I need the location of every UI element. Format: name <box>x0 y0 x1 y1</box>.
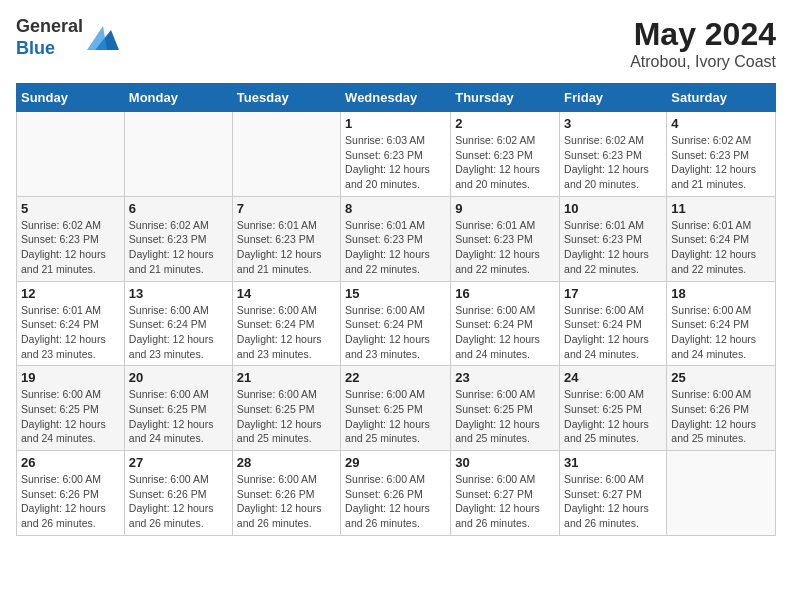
day-number: 26 <box>21 455 120 470</box>
calendar-cell: 23Sunrise: 6:00 AMSunset: 6:25 PMDayligh… <box>451 366 560 451</box>
day-number: 25 <box>671 370 771 385</box>
day-number: 3 <box>564 116 662 131</box>
day-info: Sunrise: 6:00 AMSunset: 6:24 PMDaylight:… <box>671 303 771 362</box>
calendar-cell: 8Sunrise: 6:01 AMSunset: 6:23 PMDaylight… <box>341 196 451 281</box>
day-number: 7 <box>237 201 336 216</box>
calendar-cell: 17Sunrise: 6:00 AMSunset: 6:24 PMDayligh… <box>560 281 667 366</box>
title-area: May 2024 Atrobou, Ivory Coast <box>630 16 776 71</box>
day-number: 11 <box>671 201 771 216</box>
day-info: Sunrise: 6:02 AMSunset: 6:23 PMDaylight:… <box>129 218 228 277</box>
calendar-cell: 12Sunrise: 6:01 AMSunset: 6:24 PMDayligh… <box>17 281 125 366</box>
calendar-cell: 5Sunrise: 6:02 AMSunset: 6:23 PMDaylight… <box>17 196 125 281</box>
calendar-cell <box>232 112 340 197</box>
day-info: Sunrise: 6:02 AMSunset: 6:23 PMDaylight:… <box>671 133 771 192</box>
calendar-table: SundayMondayTuesdayWednesdayThursdayFrid… <box>16 83 776 536</box>
day-number: 8 <box>345 201 446 216</box>
calendar-cell: 10Sunrise: 6:01 AMSunset: 6:23 PMDayligh… <box>560 196 667 281</box>
day-number: 2 <box>455 116 555 131</box>
day-info: Sunrise: 6:00 AMSunset: 6:25 PMDaylight:… <box>129 387 228 446</box>
calendar-cell: 11Sunrise: 6:01 AMSunset: 6:24 PMDayligh… <box>667 196 776 281</box>
day-number: 16 <box>455 286 555 301</box>
logo-icon <box>87 22 119 54</box>
day-info: Sunrise: 6:00 AMSunset: 6:26 PMDaylight:… <box>21 472 120 531</box>
calendar-cell: 28Sunrise: 6:00 AMSunset: 6:26 PMDayligh… <box>232 451 340 536</box>
header: General Blue May 2024 Atrobou, Ivory Coa… <box>16 16 776 71</box>
week-row-4: 19Sunrise: 6:00 AMSunset: 6:25 PMDayligh… <box>17 366 776 451</box>
day-info: Sunrise: 6:03 AMSunset: 6:23 PMDaylight:… <box>345 133 446 192</box>
day-number: 23 <box>455 370 555 385</box>
day-info: Sunrise: 6:02 AMSunset: 6:23 PMDaylight:… <box>21 218 120 277</box>
day-number: 17 <box>564 286 662 301</box>
calendar-cell: 31Sunrise: 6:00 AMSunset: 6:27 PMDayligh… <box>560 451 667 536</box>
weekday-header-wednesday: Wednesday <box>341 84 451 112</box>
calendar-location: Atrobou, Ivory Coast <box>630 53 776 71</box>
weekday-header-sunday: Sunday <box>17 84 125 112</box>
calendar-cell: 27Sunrise: 6:00 AMSunset: 6:26 PMDayligh… <box>124 451 232 536</box>
day-number: 21 <box>237 370 336 385</box>
day-info: Sunrise: 6:00 AMSunset: 6:25 PMDaylight:… <box>21 387 120 446</box>
calendar-cell <box>17 112 125 197</box>
day-number: 30 <box>455 455 555 470</box>
week-row-2: 5Sunrise: 6:02 AMSunset: 6:23 PMDaylight… <box>17 196 776 281</box>
calendar-cell: 9Sunrise: 6:01 AMSunset: 6:23 PMDaylight… <box>451 196 560 281</box>
calendar-cell: 14Sunrise: 6:00 AMSunset: 6:24 PMDayligh… <box>232 281 340 366</box>
day-info: Sunrise: 6:02 AMSunset: 6:23 PMDaylight:… <box>455 133 555 192</box>
weekday-header-tuesday: Tuesday <box>232 84 340 112</box>
day-number: 28 <box>237 455 336 470</box>
day-info: Sunrise: 6:00 AMSunset: 6:24 PMDaylight:… <box>564 303 662 362</box>
day-info: Sunrise: 6:01 AMSunset: 6:24 PMDaylight:… <box>671 218 771 277</box>
day-info: Sunrise: 6:01 AMSunset: 6:24 PMDaylight:… <box>21 303 120 362</box>
day-info: Sunrise: 6:01 AMSunset: 6:23 PMDaylight:… <box>237 218 336 277</box>
calendar-cell: 1Sunrise: 6:03 AMSunset: 6:23 PMDaylight… <box>341 112 451 197</box>
day-number: 1 <box>345 116 446 131</box>
calendar-cell <box>667 451 776 536</box>
calendar-cell: 16Sunrise: 6:00 AMSunset: 6:24 PMDayligh… <box>451 281 560 366</box>
day-info: Sunrise: 6:00 AMSunset: 6:25 PMDaylight:… <box>455 387 555 446</box>
day-number: 15 <box>345 286 446 301</box>
day-info: Sunrise: 6:00 AMSunset: 6:25 PMDaylight:… <box>564 387 662 446</box>
calendar-cell: 7Sunrise: 6:01 AMSunset: 6:23 PMDaylight… <box>232 196 340 281</box>
calendar-cell: 2Sunrise: 6:02 AMSunset: 6:23 PMDaylight… <box>451 112 560 197</box>
day-number: 6 <box>129 201 228 216</box>
day-info: Sunrise: 6:01 AMSunset: 6:23 PMDaylight:… <box>345 218 446 277</box>
calendar-cell: 19Sunrise: 6:00 AMSunset: 6:25 PMDayligh… <box>17 366 125 451</box>
day-info: Sunrise: 6:01 AMSunset: 6:23 PMDaylight:… <box>455 218 555 277</box>
calendar-cell: 22Sunrise: 6:00 AMSunset: 6:25 PMDayligh… <box>341 366 451 451</box>
day-info: Sunrise: 6:00 AMSunset: 6:24 PMDaylight:… <box>129 303 228 362</box>
day-info: Sunrise: 6:01 AMSunset: 6:23 PMDaylight:… <box>564 218 662 277</box>
day-info: Sunrise: 6:00 AMSunset: 6:26 PMDaylight:… <box>237 472 336 531</box>
calendar-cell: 3Sunrise: 6:02 AMSunset: 6:23 PMDaylight… <box>560 112 667 197</box>
logo-general-text: General <box>16 16 83 38</box>
calendar-cell: 4Sunrise: 6:02 AMSunset: 6:23 PMDaylight… <box>667 112 776 197</box>
weekday-header-row: SundayMondayTuesdayWednesdayThursdayFrid… <box>17 84 776 112</box>
day-number: 19 <box>21 370 120 385</box>
calendar-title: May 2024 <box>630 16 776 53</box>
day-info: Sunrise: 6:02 AMSunset: 6:23 PMDaylight:… <box>564 133 662 192</box>
calendar-cell: 20Sunrise: 6:00 AMSunset: 6:25 PMDayligh… <box>124 366 232 451</box>
day-number: 4 <box>671 116 771 131</box>
svg-marker-1 <box>87 26 107 50</box>
day-number: 31 <box>564 455 662 470</box>
day-info: Sunrise: 6:00 AMSunset: 6:26 PMDaylight:… <box>671 387 771 446</box>
day-number: 22 <box>345 370 446 385</box>
calendar-cell: 29Sunrise: 6:00 AMSunset: 6:26 PMDayligh… <box>341 451 451 536</box>
weekday-header-monday: Monday <box>124 84 232 112</box>
day-info: Sunrise: 6:00 AMSunset: 6:24 PMDaylight:… <box>345 303 446 362</box>
calendar-cell: 13Sunrise: 6:00 AMSunset: 6:24 PMDayligh… <box>124 281 232 366</box>
calendar-cell: 15Sunrise: 6:00 AMSunset: 6:24 PMDayligh… <box>341 281 451 366</box>
day-info: Sunrise: 6:00 AMSunset: 6:25 PMDaylight:… <box>237 387 336 446</box>
calendar-cell: 26Sunrise: 6:00 AMSunset: 6:26 PMDayligh… <box>17 451 125 536</box>
day-number: 24 <box>564 370 662 385</box>
day-info: Sunrise: 6:00 AMSunset: 6:26 PMDaylight:… <box>345 472 446 531</box>
day-number: 29 <box>345 455 446 470</box>
calendar-cell: 21Sunrise: 6:00 AMSunset: 6:25 PMDayligh… <box>232 366 340 451</box>
day-number: 18 <box>671 286 771 301</box>
week-row-1: 1Sunrise: 6:03 AMSunset: 6:23 PMDaylight… <box>17 112 776 197</box>
calendar-cell: 18Sunrise: 6:00 AMSunset: 6:24 PMDayligh… <box>667 281 776 366</box>
weekday-header-saturday: Saturday <box>667 84 776 112</box>
logo-blue-text: Blue <box>16 38 83 60</box>
day-info: Sunrise: 6:00 AMSunset: 6:27 PMDaylight:… <box>564 472 662 531</box>
day-number: 14 <box>237 286 336 301</box>
day-number: 9 <box>455 201 555 216</box>
calendar-cell: 24Sunrise: 6:00 AMSunset: 6:25 PMDayligh… <box>560 366 667 451</box>
